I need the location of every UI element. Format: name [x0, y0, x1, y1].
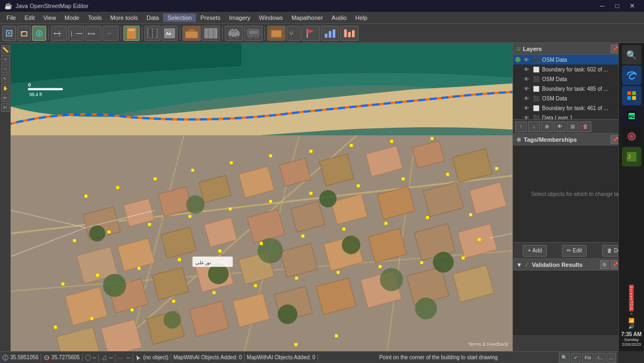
layer-up-button[interactable]: ↑ — [515, 121, 527, 132]
menu-more-tools[interactable]: More tools — [106, 13, 142, 22]
clock-day: Sunday — [621, 337, 642, 342]
svg-rect-21 — [205, 28, 217, 38]
menu-view[interactable]: View — [39, 13, 61, 22]
zoom-fit-button[interactable]: ⟺ — [85, 26, 101, 41]
layer-down-button[interactable]: ↓ — [528, 121, 540, 132]
svg-text:---: --- — [118, 355, 122, 361]
zoom-out-button[interactable]: |⟶ — [68, 26, 84, 41]
flag-tool[interactable] — [302, 26, 320, 41]
svg-rect-137 — [269, 154, 272, 157]
close-button[interactable]: ✕ — [625, 1, 640, 11]
svg-rect-184 — [28, 88, 62, 90]
tags-add-button[interactable]: + Add — [523, 245, 547, 257]
map-canvas[interactable]: 0 50 100 150 200 250 300 350 400 450 500… — [11, 43, 513, 351]
layer-eye-3[interactable]: 👁 — [523, 85, 530, 92]
svg-rect-177 — [478, 238, 481, 241]
relation-button[interactable] — [202, 26, 220, 41]
zoom-out-side[interactable]: − — [1, 64, 10, 73]
new-layer-button[interactable] — [2, 26, 16, 41]
validation-check-button[interactable]: ✓ — [571, 353, 581, 362]
menu-tools[interactable]: Tools — [84, 13, 106, 22]
ruler-icon[interactable]: 📏 — [1, 45, 10, 54]
svg-rect-147 — [269, 200, 272, 202]
nav-right-button[interactable]: → — [103, 26, 119, 41]
layer-eye-5[interactable]: 👁 — [523, 104, 530, 112]
fork-tool[interactable]: ⑂ — [287, 26, 301, 41]
validation-settings-button[interactable]: ⚙ — [600, 260, 609, 269]
svg-text:⑂: ⑂ — [289, 29, 294, 37]
svg-rect-25 — [231, 29, 238, 33]
svg-point-30 — [249, 35, 252, 38]
validation-collapse-icon[interactable]: ▼ — [516, 262, 522, 268]
building-tool-button[interactable] — [182, 26, 201, 41]
minimize-button[interactable]: ─ — [595, 1, 610, 11]
menu-selection[interactable]: Selection — [163, 13, 196, 22]
menu-windows[interactable]: Windows — [255, 13, 288, 22]
open-button[interactable] — [17, 26, 31, 41]
validation-fix-button[interactable]: Fix — [582, 353, 594, 362]
layer-type-icon-6: ⬛ — [532, 114, 540, 119]
left-sidebar: 📏 + − ↖ ✋ ✏ ✂ — [0, 43, 11, 351]
layer-eye-2[interactable]: 👁 — [523, 75, 530, 83]
svg-rect-19 — [186, 31, 198, 38]
layer-visibility-button[interactable]: 👁 — [554, 121, 566, 132]
validation-ignore-button[interactable]: I... — [595, 353, 605, 362]
menu-help[interactable]: Help — [351, 13, 372, 22]
taskbar-obs-button[interactable] — [622, 127, 641, 146]
layer-type-icon-5: ⬜ — [532, 104, 540, 112]
pan-side[interactable]: ✋ — [1, 84, 10, 92]
svg-rect-139 — [350, 144, 353, 147]
menu-file[interactable]: File — [2, 13, 20, 22]
windows-taskbar: 🔍 PC — [618, 43, 644, 351]
menu-data[interactable]: Data — [142, 13, 163, 22]
layer-delete-button[interactable]: 🗑 — [580, 121, 591, 132]
layer-type-icon-3: ⬜ — [532, 85, 540, 92]
taskbar-pycharm-button[interactable]: PC — [622, 106, 641, 126]
layer-eye-0[interactable]: 👁 — [523, 56, 530, 63]
taskbar-josm-button[interactable]: J — [622, 147, 641, 166]
menu-audio[interactable]: Audio — [327, 13, 351, 22]
layer-eye-4[interactable]: 👁 — [523, 95, 530, 102]
zoom-in-button[interactable]: ⟵| — [51, 26, 67, 41]
josm-remote-button[interactable] — [32, 26, 46, 41]
svg-rect-159 — [302, 235, 304, 237]
menu-imagery[interactable]: Imagery — [225, 13, 255, 22]
svg-rect-172 — [379, 265, 382, 268]
road-tool-button[interactable] — [144, 26, 160, 41]
select-side[interactable]: ↖ — [1, 74, 10, 83]
building2-tool[interactable] — [267, 26, 286, 41]
maximize-button[interactable]: □ — [610, 1, 625, 11]
select-tool-button[interactable] — [123, 26, 140, 41]
car-tool[interactable] — [225, 26, 243, 41]
compass-icon — [85, 354, 91, 361]
tags-edit-button[interactable]: ✏ Edit — [562, 245, 587, 257]
validation-more-button[interactable]: ... — [606, 353, 616, 362]
draw-side[interactable]: ✏ — [1, 93, 10, 102]
layer-eye-6[interactable]: 👁 — [523, 114, 530, 119]
highway-button[interactable]: Aa — [162, 26, 178, 41]
zoom-in-side[interactable]: + — [1, 55, 10, 63]
tray-chevron-icon[interactable]: ^ — [630, 312, 632, 317]
menu-edit[interactable]: Edit — [20, 13, 39, 22]
toolbar-separator-5 — [222, 27, 223, 40]
menu-mapathoner[interactable]: Mapathoner — [287, 13, 327, 22]
validation-search-button[interactable]: 🔍 — [559, 353, 570, 362]
taskbar-search-button[interactable]: 🔍 — [622, 45, 641, 64]
svg-text:PC: PC — [629, 114, 635, 119]
taskbar-edge-button[interactable] — [622, 66, 641, 85]
chart-tool[interactable] — [321, 26, 339, 41]
tray-screenrec[interactable]: ScreenTOG — [629, 285, 634, 311]
status-hint: Point on the corner of the building to s… — [320, 354, 557, 360]
menu-mode[interactable]: Mode — [60, 13, 84, 22]
volume-icon[interactable]: 🔊 — [628, 324, 634, 329]
layer-link-button[interactable]: ⊕ — [541, 121, 553, 132]
delete-side[interactable]: ✂ — [1, 103, 10, 112]
bus-tool[interactable] — [244, 26, 262, 41]
menu-presets[interactable]: Presets — [196, 13, 224, 22]
chart2-tool[interactable] — [340, 26, 358, 41]
layer-merge-button[interactable]: ⊞ — [567, 121, 579, 132]
network-icon[interactable]: 📶 — [628, 318, 634, 323]
layer-eye-1[interactable]: 👁 — [523, 66, 530, 73]
validation-title: Validation Results — [532, 262, 598, 268]
taskbar-store-button[interactable] — [622, 86, 641, 105]
